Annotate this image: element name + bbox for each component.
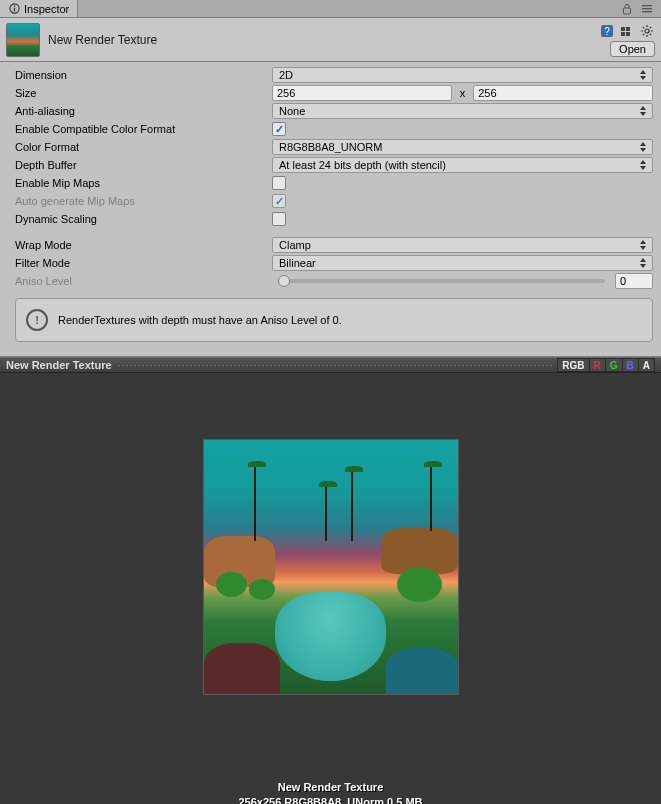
svg-rect-11 (621, 32, 625, 36)
svg-rect-3 (624, 8, 631, 14)
info-box: ! RenderTextures with depth must have an… (15, 298, 653, 342)
dropdown-arrows-icon (640, 106, 648, 116)
wrap-mode-value: Clamp (279, 239, 311, 251)
antialias-value: None (279, 105, 305, 117)
preview-caption-meta: 256x256 R8G8B8A8_UNorm 0.5 MB (0, 795, 661, 804)
svg-text:?: ? (604, 25, 610, 36)
svg-rect-9 (621, 27, 625, 31)
preview-area: New Render Texture 256x256 R8G8B8A8_UNor… (0, 373, 661, 804)
filter-mode-dropdown[interactable]: Bilinear (272, 255, 653, 271)
channel-a-button[interactable]: A (638, 358, 655, 372)
asset-header: New Render Texture ? Open (0, 18, 661, 62)
channel-rgb-button[interactable]: RGB (557, 358, 589, 372)
tab-bar: Inspector (0, 0, 661, 18)
dropdown-arrows-icon (640, 240, 648, 250)
svg-line-18 (643, 26, 644, 27)
size-separator: x (456, 87, 470, 99)
slider-thumb-icon (278, 275, 290, 287)
info-circle-icon: ! (26, 309, 48, 331)
inspector-tab-label: Inspector (24, 3, 69, 15)
wrap-mode-dropdown[interactable]: Clamp (272, 237, 653, 253)
enable-mip-label: Enable Mip Maps (15, 177, 272, 189)
compat-label: Enable Compatible Color Format (15, 123, 272, 135)
svg-point-13 (645, 29, 649, 33)
dimension-dropdown[interactable]: 2D (272, 67, 653, 83)
svg-line-21 (650, 26, 651, 27)
dimension-value: 2D (279, 69, 293, 81)
dropdown-arrows-icon (640, 160, 648, 170)
depth-buffer-dropdown[interactable]: At least 24 bits depth (with stencil) (272, 157, 653, 173)
open-button[interactable]: Open (610, 41, 655, 57)
enable-mip-checkbox[interactable] (272, 176, 286, 190)
properties-panel: Dimension 2D Size 256 x 256 Anti-aliasin… (0, 62, 661, 357)
color-format-dropdown[interactable]: R8G8B8A8_UNORM (272, 139, 653, 155)
preview-title: New Render Texture (6, 359, 112, 371)
svg-rect-4 (642, 5, 652, 6)
info-text: RenderTextures with depth must have an A… (58, 314, 342, 326)
color-format-value: R8G8B8A8_UNORM (279, 141, 382, 153)
dimension-label: Dimension (15, 69, 272, 81)
size-height-input[interactable]: 256 (473, 85, 653, 101)
gear-icon[interactable] (639, 23, 655, 39)
depth-buffer-label: Depth Buffer (15, 159, 272, 171)
aniso-slider (278, 279, 605, 283)
info-icon (8, 3, 20, 15)
preview-caption: New Render Texture 256x256 R8G8B8A8_UNor… (0, 780, 661, 804)
dropdown-arrows-icon (640, 142, 648, 152)
channel-b-button[interactable]: B (622, 358, 639, 372)
filter-mode-label: Filter Mode (15, 257, 272, 269)
antialias-label: Anti-aliasing (15, 105, 272, 117)
channel-buttons: RGB R G B A (558, 358, 655, 372)
auto-mip-label: Auto generate Mip Maps (15, 195, 272, 207)
help-icon[interactable]: ? (599, 23, 615, 39)
size-label: Size (15, 87, 272, 99)
preview-separator (118, 365, 553, 366)
svg-line-19 (650, 33, 651, 34)
aniso-value: 0 (615, 273, 653, 289)
wrap-mode-label: Wrap Mode (15, 239, 272, 251)
compat-checkbox[interactable] (272, 122, 286, 136)
channel-r-button[interactable]: R (589, 358, 606, 372)
svg-line-20 (643, 33, 644, 34)
tab-menu-icon[interactable] (639, 1, 655, 17)
svg-rect-1 (13, 8, 14, 12)
svg-rect-10 (626, 27, 630, 31)
lock-icon[interactable] (619, 1, 635, 17)
dropdown-arrows-icon (640, 258, 648, 268)
depth-buffer-value: At least 24 bits depth (with stencil) (279, 159, 446, 171)
tab-bar-right (613, 0, 661, 17)
auto-mip-checkbox (272, 194, 286, 208)
preview-header: New Render Texture RGB R G B A (0, 357, 661, 373)
preview-caption-title: New Render Texture (0, 780, 661, 794)
filter-mode-value: Bilinear (279, 257, 316, 269)
color-format-label: Color Format (15, 141, 272, 153)
size-width-input[interactable]: 256 (272, 85, 452, 101)
svg-rect-2 (13, 5, 14, 6)
dyn-scale-label: Dynamic Scaling (15, 213, 272, 225)
asset-name: New Render Texture (48, 33, 591, 47)
inspector-tab[interactable]: Inspector (0, 0, 78, 17)
channel-g-button[interactable]: G (605, 358, 623, 372)
svg-rect-6 (642, 11, 652, 12)
antialias-dropdown[interactable]: None (272, 103, 653, 119)
svg-rect-12 (626, 32, 630, 36)
asset-thumbnail (6, 23, 40, 57)
aniso-label: Aniso Level (15, 275, 272, 287)
preview-image (203, 439, 459, 695)
dyn-scale-checkbox[interactable] (272, 212, 286, 226)
preset-icon[interactable] (619, 23, 635, 39)
svg-rect-5 (642, 8, 652, 9)
dropdown-arrows-icon (640, 70, 648, 80)
